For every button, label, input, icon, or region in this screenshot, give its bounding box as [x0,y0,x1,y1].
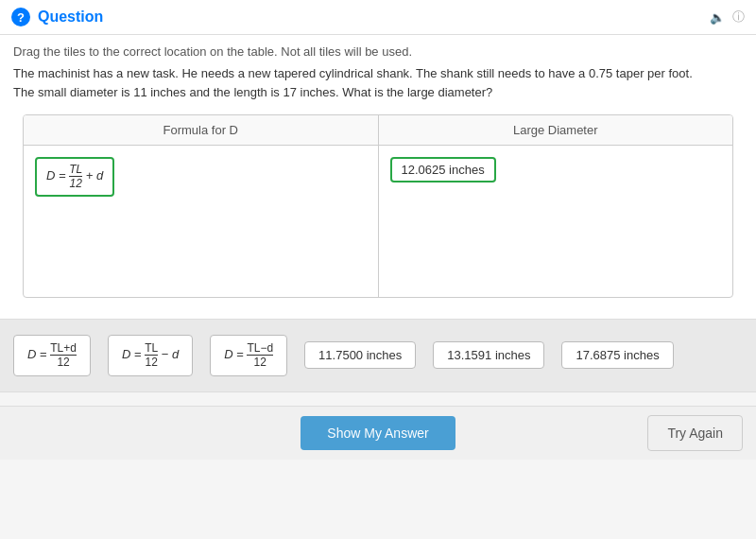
tiles-tray: D = TL+d12 D = TL12 − d D = TL−d12 11.75… [0,319,756,392]
tray-tile-2[interactable]: D = TL12 − d [108,335,193,376]
instruction-line1: Drag the tiles to the correct location o… [13,44,743,59]
question-icon: ? [11,8,30,26]
info-icon[interactable]: ⓘ [732,9,745,26]
formula-tile-placed[interactable]: D = TL12 + d [35,157,114,197]
col2-header: Large Diameter [379,115,733,145]
header: ? Question 🔈 ⓘ [0,0,756,35]
volume-icon[interactable]: 🔈 [710,10,725,25]
tray-tile-1[interactable]: D = TL+d12 [13,335,91,376]
header-icons: 🔈 ⓘ [710,9,745,26]
problem-text: The machinist has a new task. He needs a… [13,64,743,101]
tray-tile-3[interactable]: D = TL−d12 [210,335,287,376]
answer-table: Formula for D Large Diameter D = TL12 + … [23,114,733,298]
tray-tile-6[interactable]: 17.6875 inches [561,341,673,369]
tray-tile-5[interactable]: 13.1591 inches [433,341,544,369]
tray-tile-4[interactable]: 11.7500 inches [304,341,416,369]
formula-cell[interactable]: D = TL12 + d [24,146,379,297]
table-header: Formula for D Large Diameter [24,115,732,146]
value-tile-placed[interactable]: 12.0625 inches [390,157,496,183]
show-my-answer-button[interactable]: Show My Answer [301,416,455,450]
try-again-button[interactable]: Try Again [647,415,743,451]
content-area: Drag the tiles to the correct location o… [0,35,756,319]
col1-header: Formula for D [24,115,379,145]
header-title: Question [38,9,103,26]
table-body: D = TL12 + d 12.0625 inches [24,146,732,297]
large-diameter-cell[interactable]: 12.0625 inches [379,146,733,297]
footer: Show My Answer Try Again [0,406,756,460]
